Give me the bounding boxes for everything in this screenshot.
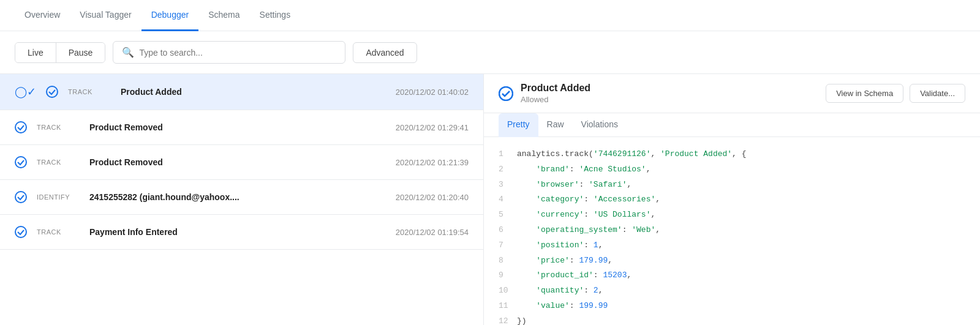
line-num-2: 2 (499, 163, 517, 176)
line-num-5: 5 (499, 209, 517, 222)
line-num-11: 11 (499, 300, 517, 313)
nav-debugger[interactable]: Debugger (141, 0, 199, 31)
event-type-2: TRACK (37, 159, 80, 166)
svg-point-2 (15, 122, 26, 133)
event-list: ◯✓ TRACK Product Added 2020/12/02 01:40:… (0, 74, 484, 325)
svg-point-4 (15, 192, 26, 203)
event-type-1: TRACK (37, 124, 80, 131)
svg-point-3 (15, 157, 26, 168)
code-line-9: 9 'product_id': 15203, (484, 268, 980, 283)
line-num-4: 4 (499, 193, 517, 206)
line-code-3: 'browser': 'Safari', (517, 179, 631, 192)
svg-point-1 (47, 86, 58, 97)
event-name-0: Product Added (121, 87, 386, 97)
nav-settings[interactable]: Settings (250, 0, 301, 31)
validate-button[interactable]: Validate... (910, 84, 965, 103)
code-line-10: 10 'quantity': 2, (484, 283, 980, 299)
event-type-0: TRACK (68, 88, 111, 95)
detail-panel: Product Added Allowed View in Schema Val… (484, 74, 980, 325)
event-time-0: 2020/12/02 01:40:02 (396, 88, 469, 97)
code-line-6: 6 'operating_system': 'Web', (484, 223, 980, 238)
line-code-9: 'product_id': 15203, (517, 269, 631, 282)
live-pause-group: Live Pause (15, 42, 105, 63)
line-num-1: 1 (499, 148, 517, 161)
event-name-4: Payment Info Entered (89, 227, 386, 237)
line-code-2: 'brand': 'Acne Studios', (517, 163, 650, 176)
nav-visual-tagger[interactable]: Visual Tagger (70, 0, 141, 31)
line-code-6: 'operating_system': 'Web', (517, 224, 660, 237)
line-code-1: analytics.track('7446291126', 'Product A… (517, 148, 747, 161)
live-button[interactable]: Live (15, 43, 56, 62)
detail-actions: View in Schema Validate... (826, 84, 965, 103)
line-code-11: 'value': 199.99 (517, 300, 608, 313)
line-code-12: }) (517, 315, 527, 325)
detail-subtitle: Allowed (521, 95, 818, 104)
detail-check-icon (499, 86, 513, 101)
view-in-schema-button[interactable]: View in Schema (826, 84, 903, 103)
event-name-3: 2415255282 (giant.hound@yahoox.... (89, 192, 386, 202)
advanced-button[interactable]: Advanced (353, 42, 417, 63)
line-num-9: 9 (499, 269, 517, 282)
check-icon-0: ◯✓ (15, 85, 36, 99)
top-nav: Overview Visual Tagger Debugger Schema S… (0, 0, 980, 31)
tab-pretty[interactable]: Pretty (499, 113, 538, 137)
check-circle-icon-3 (15, 191, 27, 203)
event-time-2: 2020/12/02 01:21:39 (396, 158, 469, 167)
line-num-10: 10 (499, 285, 517, 297)
event-name-1: Product Removed (89, 122, 386, 132)
pause-button[interactable]: Pause (56, 43, 105, 62)
nav-overview[interactable]: Overview (15, 0, 70, 31)
search-input[interactable] (139, 48, 336, 58)
line-code-4: 'category': 'Accessories', (517, 193, 660, 206)
tab-raw[interactable]: Raw (538, 113, 573, 137)
event-time-4: 2020/12/02 01:19:54 (396, 228, 469, 237)
code-line-11: 11 'value': 199.99 (484, 299, 980, 314)
event-row[interactable]: ◯✓ TRACK Product Added 2020/12/02 01:40:… (0, 74, 483, 110)
event-time-3: 2020/12/02 01:20:40 (396, 193, 469, 202)
check-circle-icon-2 (15, 156, 27, 168)
line-code-10: 'quantity': 2, (517, 285, 603, 297)
event-row[interactable]: TRACK Payment Info Entered 2020/12/02 01… (0, 215, 483, 250)
detail-header: Product Added Allowed View in Schema Val… (484, 74, 980, 113)
code-line-2: 2 'brand': 'Acne Studios', (484, 162, 980, 177)
line-num-8: 8 (499, 255, 517, 267)
nav-schema[interactable]: Schema (198, 0, 249, 31)
code-line-3: 3 'browser': 'Safari', (484, 177, 980, 193)
toolbar: Live Pause 🔍 Advanced (0, 31, 980, 74)
line-num-3: 3 (499, 179, 517, 192)
event-type-3: IDENTIFY (37, 193, 80, 201)
line-num-12: 12 (499, 315, 517, 325)
line-num-6: 6 (499, 224, 517, 237)
line-code-5: 'currency': 'US Dollars', (517, 209, 655, 222)
event-time-1: 2020/12/02 01:29:41 (396, 123, 469, 132)
tab-violations[interactable]: Violations (573, 113, 627, 137)
event-name-2: Product Removed (89, 157, 386, 167)
code-line-4: 4 'category': 'Accessories', (484, 192, 980, 207)
line-num-7: 7 (499, 239, 517, 252)
svg-point-6 (499, 87, 513, 100)
detail-title: Product Added (521, 83, 818, 94)
code-line-8: 8 'price': 179.99, (484, 253, 980, 269)
event-row[interactable]: IDENTIFY 2415255282 (giant.hound@yahoox.… (0, 180, 483, 215)
check-circle-icon-sel (46, 86, 58, 98)
code-line-5: 5 'currency': 'US Dollars', (484, 207, 980, 223)
svg-point-5 (15, 226, 26, 237)
event-row[interactable]: TRACK Product Removed 2020/12/02 01:29:4… (0, 110, 483, 145)
code-line-12: 12 }) (484, 314, 980, 325)
code-area: 1 analytics.track('7446291126', 'Product… (484, 137, 980, 325)
line-code-8: 'price': 179.99, (517, 255, 612, 267)
check-circle-icon-4 (15, 226, 27, 238)
search-box: 🔍 (113, 41, 345, 64)
search-icon: 🔍 (122, 47, 134, 58)
line-code-7: 'position': 1, (517, 239, 603, 252)
event-type-4: TRACK (37, 228, 80, 236)
check-circle-icon-1 (15, 121, 27, 133)
event-row[interactable]: TRACK Product Removed 2020/12/02 01:21:3… (0, 145, 483, 180)
detail-info: Product Added Allowed (521, 83, 818, 104)
main-layout: ◯✓ TRACK Product Added 2020/12/02 01:40:… (0, 74, 980, 325)
code-line-1: 1 analytics.track('7446291126', 'Product… (484, 147, 980, 162)
code-line-7: 7 'position': 1, (484, 238, 980, 253)
detail-tabs: Pretty Raw Violations (484, 113, 980, 137)
